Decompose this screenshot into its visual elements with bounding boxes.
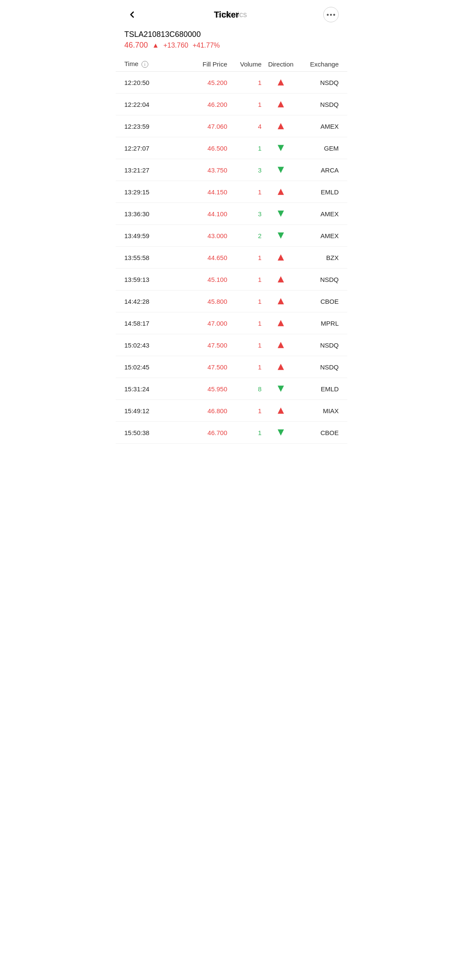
cell-exchange: AMEX (300, 123, 339, 130)
col-direction: Direction (262, 60, 300, 68)
svg-marker-18 (278, 408, 284, 414)
more-button[interactable] (323, 7, 339, 22)
cell-volume: 1 (227, 429, 262, 436)
cell-fill-price: 45.950 (176, 385, 227, 393)
cell-time: 15:02:45 (124, 363, 176, 371)
cell-direction-icon (262, 209, 300, 218)
cell-fill-price: 44.100 (176, 210, 227, 218)
cell-volume: 1 (227, 101, 262, 108)
table-row: 15:02:43 47.500 1 NSDQ (116, 334, 347, 356)
cell-time: 12:27:07 (124, 145, 176, 152)
table-row: 13:49:59 43.000 2 AMEX (116, 225, 347, 247)
table-row: 14:42:28 45.800 1 CBOE (116, 290, 347, 312)
cell-exchange: ARCA (300, 166, 339, 174)
svg-marker-14 (278, 320, 284, 327)
col-time: Time i (124, 60, 176, 68)
table-row: 15:31:24 45.950 8 EMLD (116, 378, 347, 400)
time-info-icon[interactable]: i (141, 61, 148, 68)
svg-point-1 (330, 14, 332, 15)
cell-exchange: MIAX (300, 407, 339, 414)
svg-marker-4 (278, 101, 284, 108)
cell-time: 12:20:50 (124, 79, 176, 86)
cell-direction-icon (262, 406, 300, 415)
svg-point-2 (333, 14, 335, 15)
cell-direction-icon (262, 428, 300, 437)
svg-point-0 (327, 14, 328, 15)
cell-time: 12:22:04 (124, 101, 176, 108)
col-volume: Volume (227, 60, 262, 68)
ticker-symbol: TSLA210813C680000 (124, 30, 339, 39)
cell-volume: 1 (227, 79, 262, 86)
cell-direction-icon (262, 253, 300, 262)
cell-time: 15:49:12 (124, 407, 176, 414)
cell-fill-price: 47.060 (176, 123, 227, 130)
table-row: 13:59:13 45.100 1 NSDQ (116, 269, 347, 290)
cell-direction-icon (262, 275, 300, 284)
cell-exchange: NSDQ (300, 101, 339, 108)
cell-volume: 1 (227, 254, 262, 261)
ticker-info: TSLA210813C680000 46.700 ▲ +13.760 +41.7… (116, 27, 347, 57)
back-button[interactable] (124, 7, 140, 22)
svg-marker-8 (278, 189, 284, 195)
table-row: 13:55:58 44.650 1 BZX (116, 247, 347, 269)
cell-exchange: MPRL (300, 320, 339, 327)
cell-direction-icon (262, 121, 300, 131)
svg-marker-17 (278, 386, 284, 392)
cell-fill-price: 44.650 (176, 254, 227, 261)
cell-time: 15:02:43 (124, 342, 176, 349)
ticker-price-row: 46.700 ▲ +13.760 +41.77% (124, 41, 339, 50)
cell-volume: 1 (227, 145, 262, 152)
svg-marker-13 (278, 298, 284, 305)
cell-time: 14:42:28 (124, 298, 176, 305)
cell-direction-icon (262, 143, 300, 153)
cell-volume: 1 (227, 188, 262, 196)
ticker-price: 46.700 (124, 41, 148, 50)
page-title: Ticker (214, 10, 239, 20)
cell-time: 13:36:30 (124, 210, 176, 218)
cell-fill-price: 46.500 (176, 145, 227, 152)
table-row: 12:20:50 45.200 1 NSDQ (116, 72, 347, 94)
cell-fill-price: 47.500 (176, 342, 227, 349)
cell-exchange: EMLD (300, 188, 339, 196)
table-row: 14:58:17 47.000 1 MPRL (116, 312, 347, 334)
cell-direction-icon (262, 340, 300, 350)
cell-exchange: GEM (300, 145, 339, 152)
cell-time: 15:50:38 (124, 429, 176, 436)
ticker-direction-icon: ▲ (152, 42, 159, 49)
cell-time: 13:21:27 (124, 166, 176, 174)
cell-exchange: AMEX (300, 232, 339, 239)
cell-direction-icon (262, 296, 300, 306)
table-row: 13:29:15 44.150 1 EMLD (116, 181, 347, 203)
cell-volume: 1 (227, 298, 262, 305)
header: Ticker Statistics (116, 0, 347, 27)
cell-direction-icon (262, 100, 300, 109)
svg-marker-12 (278, 276, 284, 283)
cell-exchange: CBOE (300, 298, 339, 305)
cell-time: 15:31:24 (124, 385, 176, 393)
svg-marker-16 (278, 364, 284, 370)
svg-marker-11 (278, 254, 284, 261)
cell-direction-icon (262, 384, 300, 393)
svg-marker-7 (278, 167, 284, 173)
cell-exchange: NSDQ (300, 342, 339, 349)
cell-volume: 4 (227, 123, 262, 130)
svg-marker-5 (278, 123, 284, 130)
cell-direction-icon (262, 187, 300, 197)
table-row: 13:36:30 44.100 3 AMEX (116, 203, 347, 225)
cell-exchange: AMEX (300, 210, 339, 218)
cell-volume: 3 (227, 210, 262, 218)
table-body: 12:20:50 45.200 1 NSDQ 12:22:04 46.200 1… (116, 72, 347, 444)
cell-fill-price: 45.200 (176, 79, 227, 86)
cell-volume: 1 (227, 407, 262, 414)
cell-fill-price: 45.100 (176, 276, 227, 283)
table-header: Time i Fill Price Volume Direction Excha… (116, 57, 347, 72)
table-row: 15:02:45 47.500 1 NSDQ (116, 356, 347, 378)
svg-marker-3 (278, 79, 284, 86)
table-row: 15:50:38 46.700 1 CBOE (116, 422, 347, 444)
cell-volume: 1 (227, 276, 262, 283)
col-exchange: Exchange (300, 60, 339, 68)
cell-exchange: NSDQ (300, 79, 339, 86)
cell-direction-icon (262, 318, 300, 328)
cell-direction-icon (262, 362, 300, 372)
table-row: 15:49:12 46.800 1 MIAX (116, 400, 347, 422)
